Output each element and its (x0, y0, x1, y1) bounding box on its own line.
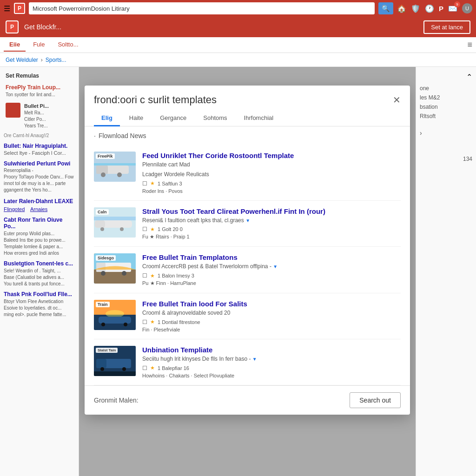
result-title-4[interactable]: Free Bullet Train lood For Salits (142, 300, 401, 308)
result-info-2: Strall Yous Toot Teard Clireat Powerhenl… (142, 207, 401, 240)
modal-section-header: · Flownload News (85, 126, 410, 145)
app-logo: P (6, 20, 19, 33)
bullet-icon: · (94, 132, 96, 139)
modal-tab-sohtoms[interactable]: Sohtoms (196, 111, 234, 126)
modal-close-button[interactable]: ✕ (393, 95, 401, 105)
sidebar-item-4-title[interactable]: Sulwhierled Perlunt Powi (4, 160, 75, 167)
result-desc-2: Reseni& l faultion ceaft lpks thal, cl.g… (142, 217, 401, 225)
result-checkbox-3[interactable]: ☐ (142, 272, 147, 279)
right-panel: ⌃ one les M&2 bsation Rltsoft › 134 (416, 67, 476, 476)
result-title-1[interactable]: Feed Unriklet Ther Coride Rostoontl Temp… (142, 152, 401, 159)
svg-point-9 (100, 227, 104, 231)
result-thumb-label-3: Sidesgo (96, 255, 116, 261)
svg-rect-5 (94, 163, 136, 165)
right-panel-expand-btn[interactable]: › (420, 129, 472, 137)
result-item-5: Slalst Tain (94, 339, 401, 385)
sidebar-section-title: Set Remulas (4, 73, 75, 79)
sidebar: Set Remulas FreePly Train Loup... Ton sy… (0, 67, 79, 476)
sidebar-item-5-links: Flingoted Arnaies (4, 206, 75, 212)
result-rating-2: 1 Golt 20 0 (158, 226, 183, 232)
sidebar-item-6-title[interactable]: Cabt Ronr Tarin Oiuve Po... (4, 217, 75, 230)
result-dropdown-5[interactable]: ▼ (252, 357, 257, 362)
footer-label: Gronmit Malen: (94, 397, 139, 404)
modal-tab-gergance[interactable]: Gergance (152, 111, 194, 126)
svg-point-16 (101, 271, 106, 276)
modal-tab-haite[interactable]: Haite (122, 111, 151, 126)
set-lance-button[interactable]: Set at lance (423, 20, 470, 34)
svg-point-27 (100, 367, 104, 371)
result-checkbox-2[interactable]: ☐ (142, 226, 147, 232)
sidebar-item-5-title[interactable]: Later Ralen·Dlahnt LEAXE (4, 198, 75, 205)
result-desc-4: Crooml & alraynoveldable soved 20 (142, 309, 401, 317)
home-icon[interactable]: 🏠 (397, 4, 406, 13)
result-rating-4: 1 Dontial fitrestone (158, 319, 200, 325)
breadcrumb-item-2[interactable]: Sports... (46, 57, 66, 63)
modal-tabs: Elig Haite Gergance Sohtoms Ihrfomchial (85, 106, 410, 126)
modal-tab-elig[interactable]: Elig (94, 111, 120, 126)
result-desc-3: Crooml AccercRB pest & Batel Trwerlolorm… (142, 263, 401, 271)
browser-search-button[interactable]: 🔍 (378, 2, 393, 14)
p-icon: P (439, 5, 443, 13)
sidebar-item-4-desc: Proory Tol'layo Poode Oarv... Fow innot … (4, 174, 75, 193)
sidebar-item-3-desc: Select ltye - Fasciph l Cor... (4, 150, 75, 156)
sidebar-item-8-title[interactable]: Thask Pnk Fooll'lud Flle... (4, 291, 75, 298)
more-menu-icon[interactable]: ≡ (467, 40, 472, 50)
sidebar-item-1[interactable]: FreePly Train Loup... Ton syotter for li… (4, 83, 75, 99)
modal-overlay: frond:oori c surlit templates ✕ Elig Hai… (79, 67, 416, 476)
result-desc2-1: Lcadger Wordele Reulicats (142, 171, 401, 178)
modal-tab-ihrfomchial[interactable]: Ihrfomchial (237, 111, 281, 126)
mail-icon[interactable]: ✉️ 9 (448, 4, 457, 13)
right-panel-item-4: Rltsoft (420, 113, 472, 119)
result-title-3[interactable]: Free Bullet Train Templatons (142, 253, 401, 261)
expand-icon[interactable]: ⌃ (466, 73, 472, 81)
result-tags-5: Howhoins · Chakarts · Select Plovupliate (142, 373, 401, 378)
breadcrumb: Get Welduler › Sports... (0, 53, 476, 67)
sidebar-item-2-content: Bullet Pi... Melt Ra...Citler Po...Years… (24, 103, 49, 129)
modal-header: frond:oori c surlit templates ✕ (85, 86, 410, 106)
tab-soltto[interactable]: Soltto... (52, 38, 84, 52)
svg-point-22 (101, 323, 105, 326)
search-out-button[interactable]: Search out (350, 392, 401, 408)
sidebar-item-3-title[interactable]: Bullet: Nair Hraguiplaht. (4, 143, 75, 149)
result-thumb-label-4: Train (96, 302, 110, 307)
app-bar-actions: Set at lance (423, 20, 470, 34)
tab-fule[interactable]: Fule (27, 38, 50, 52)
result-thumb-1: FreePik (94, 152, 136, 182)
svg-point-3 (101, 172, 106, 177)
result-dropdown-2[interactable]: ▼ (245, 218, 250, 223)
result-item-2: Caln S (94, 201, 401, 247)
result-checkbox-1[interactable]: ☐ (142, 180, 147, 187)
browser-search-bar[interactable]: Microsoft PowerroinmDosion Litirary (29, 2, 375, 14)
result-title-2[interactable]: Strall Yous Toot Teard Clireat Powerhenl… (142, 207, 401, 215)
result-item-3: Sidesgo (94, 247, 401, 293)
sidebar-item-7-title[interactable]: Busletgtion Tonent-les c... (4, 260, 75, 267)
result-desc-5: Seciitu hugh lrit klnyses De flls In fer… (142, 355, 401, 363)
sidebar-note: Ore Carnt-hl Anaug!/2 (4, 133, 75, 138)
result-meta-3: ☐ ★ 1 Balon Imesy 3 (142, 272, 401, 279)
result-item-1: FreePik (94, 145, 401, 201)
browser-menu-icon[interactable]: ☰ (4, 4, 10, 13)
result-checkbox-4[interactable]: ☐ (142, 319, 147, 325)
shield-icon: 🛡️ (411, 4, 420, 13)
sidebar-link-arnaies[interactable]: Arnaies (30, 206, 47, 212)
clock-icon[interactable]: 🕐 (425, 4, 434, 13)
svg-point-10 (120, 227, 124, 231)
browser-search-text: Microsoft PowerroinmDosion Litirary (33, 5, 130, 12)
sidebar-link-flingoted[interactable]: Flingoted (4, 206, 25, 212)
result-title-5[interactable]: Unbination Templiate (142, 346, 401, 354)
result-rating-1: 1 Saftlun 3 (158, 181, 182, 186)
result-checkbox-5[interactable]: ☐ (142, 365, 147, 371)
avatar-icon[interactable]: U (462, 3, 472, 13)
result-thumb-2: Caln (94, 207, 136, 238)
tab-eiie[interactable]: Eiie (4, 38, 26, 52)
sidebar-item-2[interactable]: Bullet Pi... Melt Ra...Citler Po...Years… (4, 102, 75, 130)
result-stars-5: ★ (150, 365, 155, 371)
right-panel-item-2: les M&2 (420, 94, 472, 101)
svg-rect-21 (99, 317, 131, 324)
breadcrumb-item-1[interactable]: Get Welduler (6, 57, 38, 63)
result-info-5: Unbination Templiate Seciitu hugh lrit k… (142, 346, 401, 378)
app-bar: P Get Blockfr... Set at lance (0, 17, 476, 37)
result-dropdown-3[interactable]: ▼ (273, 264, 278, 269)
result-tags-4: Fin · Plesefrviale (142, 327, 401, 332)
breadcrumb-separator: › (41, 57, 43, 63)
